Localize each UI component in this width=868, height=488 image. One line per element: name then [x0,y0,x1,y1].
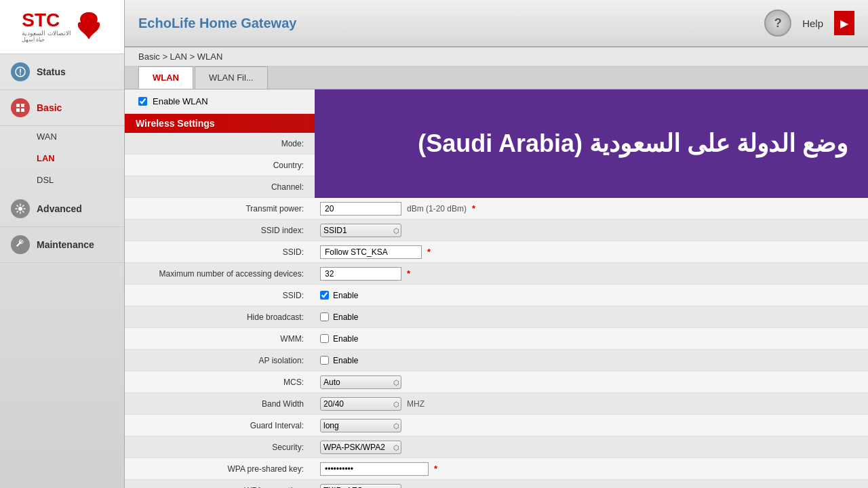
wpa-key-required: * [434,464,437,474]
security-select[interactable]: WPA-PSK/WPA2 WPA-PSK WPA2-PSK None [320,441,401,454]
ap-isolation-label: AP isolation: [125,352,315,369]
advanced-icon [11,199,30,218]
svg-point-5 [18,207,22,211]
sidebar-item-advanced[interactable]: Advanced [0,191,124,227]
transmit-power-unit: dBm (1-20 dBm) [407,204,467,214]
ap-isolation-checkbox[interactable] [320,356,329,365]
maintenance-icon [11,235,30,254]
ssid-enable-label: SSID: [125,287,315,304]
wmm-text[interactable]: Enable [333,334,358,344]
guard-interval-select[interactable]: long short auto [320,419,401,432]
bandwidth-label: Band Width [125,395,315,413]
bandwidth-select[interactable]: 20/40 20 40 [320,397,401,411]
tab-bar: WLAN WLAN Fil... [125,66,868,89]
hide-broadcast-row: Hide broadcast: Enable [125,306,868,328]
breadcrumb: Basic > LAN > WLAN [125,47,868,66]
transmit-power-input[interactable] [320,202,401,216]
mcs-label: MCS: [125,373,315,391]
wmm-checkbox[interactable] [320,334,329,343]
max-devices-input[interactable] [320,267,401,281]
security-row: Security: WPA-PSK/WPA2 WPA-PSK WPA2-PSK … [125,436,868,458]
header-right: ? Help ▶ [764,9,854,37]
guard-interval-label: Guard Interval: [125,417,315,434]
max-devices-row: Maximum number of accessing devices: * [125,263,868,285]
guard-interval-row: Guard Interval: long short auto [125,415,868,436]
sidebar-sub-wan[interactable]: WAN [0,126,124,148]
ssid-enable-text[interactable]: Enable [333,291,358,300]
wpa-key-field: * [315,460,868,479]
wpa-key-input[interactable] [320,462,429,476]
country-label: Country: [125,157,315,174]
guard-interval-field: long short auto [315,416,868,435]
transmit-power-row: Transmit power: dBm (1-20 dBm) * [125,198,868,220]
ssid-input[interactable] [320,245,422,259]
ssid-required: * [427,247,431,257]
ap-isolation-row: AP isolation: Enable [125,350,868,371]
wpa-encryption-select[interactable]: TKIP+AES TKIP AES [320,484,401,489]
security-label: Security: [125,439,315,456]
security-field: WPA-PSK/WPA2 WPA-PSK WPA2-PSK None [315,438,868,457]
ap-isolation-text[interactable]: Enable [333,356,358,365]
sidebar-sub-lan[interactable]: LAN [0,148,124,169]
sidebar-wan-label: WAN [37,131,57,142]
svg-rect-2 [21,104,24,107]
hide-broadcast-field: Enable [315,310,868,325]
transmit-power-field: dBm (1-20 dBm) * [315,199,868,218]
sidebar-maintenance-label: Maintenance [37,239,94,250]
enable-wlan-label[interactable]: Enable WLAN [153,96,208,106]
hide-broadcast-text[interactable]: Enable [333,312,358,322]
forward-nav-button[interactable]: ▶ [834,11,854,35]
sidebar-status-label: Status [37,66,66,77]
status-icon [11,62,30,81]
max-devices-field: * [315,264,868,283]
section-title: Wireless Settings [136,118,215,129]
sidebar-item-status[interactable]: Status [0,54,124,90]
overlay-banner: وضع الدولة على السعودية (Saudi Arabia) [315,89,868,198]
header: EchoLife Home Gateway ? Help ▶ [125,0,868,47]
wpa-key-label: WPA pre-shared key: [125,460,315,478]
ssid-name-field: * [315,243,868,262]
overlay-text: وضع الدولة على السعودية (Saudi Arabia) [418,129,848,158]
mcs-field: Auto 0 1 [315,373,868,392]
basic-icon [11,98,30,117]
help-label[interactable]: Help [802,18,823,29]
stc-logo: STC الاتصالات السعودية حياة أسهل [18,7,106,47]
tab-wlan[interactable]: WLAN [138,66,193,89]
help-icon[interactable]: ? [764,9,791,37]
svg-rect-3 [16,108,20,112]
main-content: EchoLife Home Gateway ? Help ▶ Basic > L… [125,0,868,488]
sidebar-item-basic[interactable]: Basic [0,90,124,126]
channel-label: Channel: [125,178,315,196]
wpa-encryption-row: WPA encryption: TKIP+AES TKIP AES [125,480,868,488]
tab-wlan-filter[interactable]: WLAN Fil... [195,66,268,89]
ssid-name-label: SSID: [125,243,315,261]
sidebar-item-maintenance[interactable]: Maintenance [0,227,124,263]
stc-bird-icon [75,9,102,43]
svg-rect-4 [21,108,24,112]
wmm-row: WMM: Enable [125,328,868,350]
sidebar-lan-label: LAN [37,153,55,163]
sidebar-dsl-label: DSL [37,175,54,185]
max-devices-required: * [407,268,410,279]
wmm-field: Enable [315,331,868,346]
wpa-key-row: WPA pre-shared key: * [125,458,868,480]
mode-label: Mode: [125,135,315,152]
transmit-power-required: * [472,203,475,214]
page-title: EchoLife Home Gateway [138,16,296,31]
logo-area: STC الاتصالات السعودية حياة أسهل [0,0,124,54]
ssid-index-field: SSID1 SSID2 SSID3 SSID4 [315,221,868,240]
mcs-select[interactable]: Auto 0 1 [320,375,401,389]
ssid-index-row: SSID index: SSID1 SSID2 SSID3 SSID4 [125,220,868,241]
sidebar-sub-dsl[interactable]: DSL [0,169,124,191]
max-devices-label: Maximum number of accessing devices: [125,265,315,283]
wmm-label: WMM: [125,330,315,348]
enable-wlan-checkbox[interactable] [138,97,147,106]
stc-slogan-text: حياة أسهل [22,37,45,43]
ssid-enable-checkbox[interactable] [320,291,329,300]
ssid-index-select[interactable]: SSID1 SSID2 SSID3 SSID4 [320,224,401,237]
bandwidth-row: Band Width 20/40 20 40 MHZ [125,393,868,415]
wpa-encryption-label: WPA encryption: [125,482,315,489]
svg-rect-1 [16,104,20,107]
mcs-row: MCS: Auto 0 1 [125,371,868,393]
hide-broadcast-checkbox[interactable] [320,312,329,321]
